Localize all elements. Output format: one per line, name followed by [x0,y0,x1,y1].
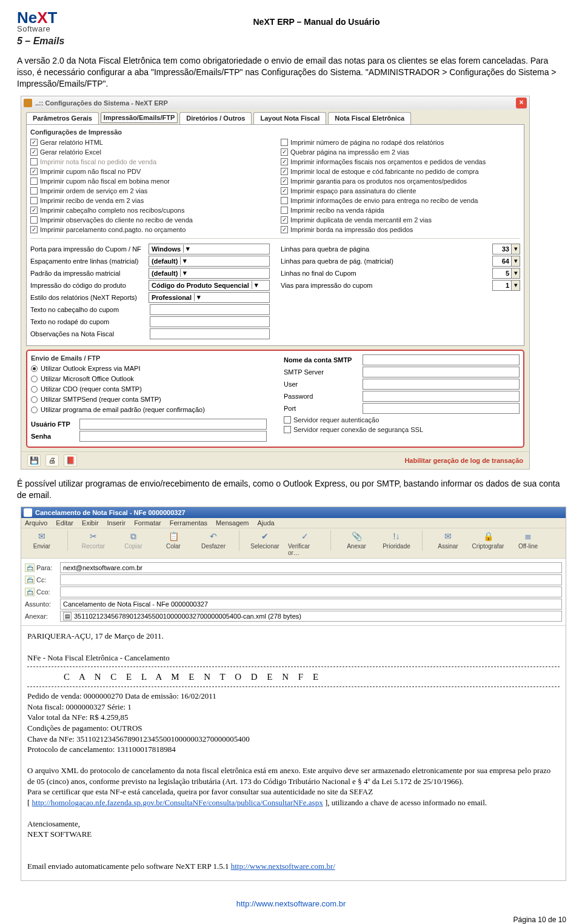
save-icon[interactable]: 💾 [27,454,41,467]
tab-diretorios[interactable]: Diretórios / Outros [179,112,252,124]
radio-dot[interactable] [31,407,38,413]
smtp-field[interactable] [363,367,520,377]
para-field[interactable]: next@nextsoftware.com.br [60,562,562,573]
nextsoft-link[interactable]: http://www.nextsoftware.com.br/ [231,862,335,871]
checkbox[interactable]: Imprimir ordem de serviço em 2 vias [30,186,270,196]
checkbox-box[interactable]: ✓ [281,226,288,233]
toolbar-button[interactable]: 🔒Criptografar [471,530,505,550]
checkbox-box[interactable] [281,139,288,146]
checkbox-box[interactable]: ✓ [30,148,38,156]
checkbox[interactable]: ✓Imprimir cupom não fiscal no PDV [30,167,270,176]
menu-item[interactable]: Exibir [82,519,99,527]
toolbar-button[interactable]: !↓Prioridade [380,530,413,550]
dropdown[interactable]: Windows▾ [149,244,270,254]
book-icon[interactable]: 📇 [25,563,35,572]
radio-option[interactable]: Utilizar Outlook Express via MAPI [31,364,267,374]
checkbox-box[interactable] [284,416,291,424]
tab-parametros[interactable]: Parâmetros Gerais [26,112,99,124]
checkbox-box[interactable] [30,158,38,165]
dropdown[interactable]: (default)▾ [149,256,270,267]
toolbar-button[interactable]: ✉Assinar [431,530,465,550]
menu-item[interactable]: Arquivo [25,519,47,527]
tab-impressao[interactable]: Impressão/Emails/FTP [101,112,178,123]
book-icon[interactable]: 📇 [25,588,35,596]
assunto-field[interactable]: Cancelamento de Nota Fiscal - NFe 000000… [60,599,562,610]
number-field[interactable]: 64 [492,256,512,267]
checkbox-box[interactable]: ✓ [30,226,38,233]
checkbox[interactable]: ✓Imprimir parcelamento cond.pagto. no or… [30,225,270,234]
checkbox-box[interactable] [30,216,38,224]
checkbox-box[interactable]: ✓ [30,168,38,175]
checkbox-box[interactable] [281,197,288,204]
toolbar-button[interactable]: ✔Selecionar [248,530,282,550]
number-field[interactable]: 1 [492,280,512,291]
spinner-icon[interactable]: ▾ [512,280,520,291]
checkbox[interactable]: ✓Imprimir borda na impressão dos pedidos [281,225,520,234]
checkbox-box[interactable] [30,197,38,204]
checkbox[interactable]: Imprimir cupom não fiscal em bobina meno… [30,176,270,186]
checkbox[interactable]: Imprimir observações do cliente no recib… [30,215,270,225]
checkbox[interactable]: ✓Imprimir informações fiscais nos orçame… [281,157,520,167]
checkbox[interactable]: ✓Imprimir duplicata de venda mercantil e… [281,215,520,225]
menu-item[interactable]: Ferramentas [170,519,207,527]
window-titlebar[interactable]: ..:: Configurações do Sistema - NeXT ERP… [21,96,529,110]
checkbox[interactable]: ✓Quebrar página na impressão em 2 vias [281,147,520,157]
menu-item[interactable]: Editar [56,519,73,527]
print-icon[interactable]: 🖨 [45,454,59,467]
smtp-field[interactable] [363,391,520,402]
toolbar-button[interactable]: ≣Off-line [511,530,545,550]
radio-dot[interactable] [31,376,38,382]
checkbox-box[interactable]: ✓ [30,139,38,146]
checkbox[interactable]: Imprimir nota fiscal no pedido de venda [30,157,270,167]
footer-link[interactable]: http://www.nextsoftware.com.br [236,899,346,908]
checkbox-box[interactable]: ✓ [30,207,38,214]
checkbox-box[interactable]: ✓ [281,158,288,165]
checkbox[interactable]: Imprimir recibo na venda rápida [281,205,520,215]
dropdown[interactable]: (default)▾ [149,268,270,279]
ftp-field[interactable] [79,419,267,430]
spinner-icon[interactable]: ▾ [512,268,520,279]
toolbar-button[interactable]: ↶Desfazer [196,530,230,550]
number-field[interactable]: 5 [492,268,512,279]
toolbar-button[interactable]: 📋Colar [156,530,190,550]
checkbox-box[interactable] [281,207,288,214]
dropdown[interactable]: Código do Produto Sequencial▾ [149,280,270,291]
checkbox[interactable]: ✓Imprimir local de estoque e cód.fabrica… [281,167,520,176]
mail-body[interactable]: PARIQUERA-AÇU, 17 de Março de 2011. NFe … [21,625,566,880]
checkbox[interactable]: Imprimir recibo de venda em 2 vias [30,196,270,205]
text-field[interactable] [150,328,270,339]
sefaz-link[interactable]: http://homologacao.nfe.fazenda.sp.gov.br… [32,798,323,807]
exit-icon[interactable]: 📕 [64,454,77,467]
text-field[interactable] [150,316,270,327]
anexar-field[interactable]: ▤351102123456789012345500100000032700000… [60,611,562,622]
spinner-icon[interactable]: ▾ [512,244,520,254]
checkbox[interactable]: ✓Imprimir espaço para assinatura do clie… [281,186,520,196]
close-icon[interactable]: × [516,98,527,108]
dropdown[interactable]: Professional▾ [149,292,270,303]
radio-option[interactable]: Utilizar Microsoft Office Outlook [31,374,267,384]
number-field[interactable]: 33 [492,244,512,254]
ftp-field[interactable] [79,431,267,442]
menu-item[interactable]: Inserir [107,519,126,527]
checkbox-box[interactable] [30,187,38,194]
checkbox-box[interactable]: ✓ [281,168,288,175]
checkbox[interactable]: Servidor requer autenticação [284,415,520,425]
checkbox-box[interactable]: ✓ [281,216,288,224]
cco-field[interactable] [60,587,562,597]
checkbox[interactable]: ✓Imprimir cabeçalho completo nos recibos… [30,205,270,215]
book-icon[interactable]: 📇 [25,576,35,584]
checkbox[interactable]: Imprimir informações de envio para entre… [281,196,520,205]
smtp-field[interactable] [363,379,520,390]
checkbox-box[interactable] [284,426,291,433]
menubar[interactable]: ArquivoEditarExibirInserirFormatarFerram… [21,518,566,528]
menu-item[interactable]: Formatar [134,519,161,527]
checkbox[interactable]: Imprimir número de página no rodapé dos … [281,138,520,147]
cc-field[interactable] [60,574,562,585]
radio-option[interactable]: Utilizar CDO (requer conta SMTP) [31,384,267,394]
checkbox-box[interactable]: ✓ [281,187,288,194]
radio-dot[interactable] [31,365,38,372]
menu-item[interactable]: Ajuda [258,519,275,527]
checkbox-box[interactable]: ✓ [281,178,288,185]
radio-dot[interactable] [31,396,38,403]
radio-dot[interactable] [31,386,38,393]
